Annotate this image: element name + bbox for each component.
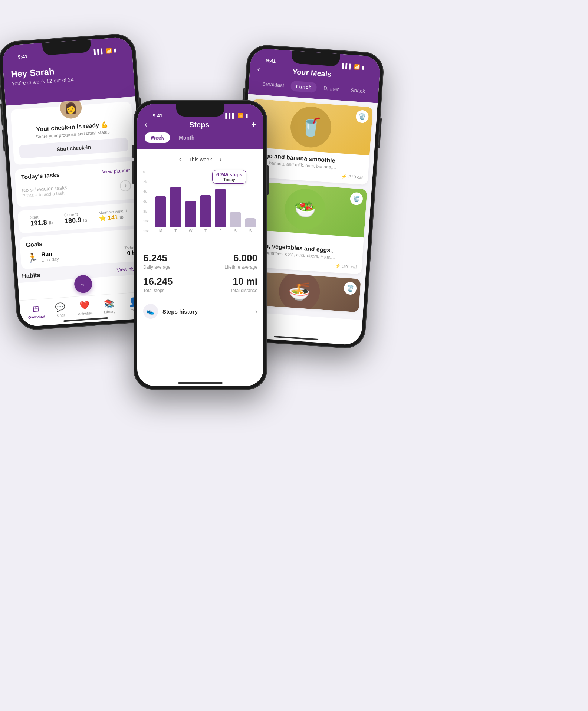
next-week-button[interactable]: › [220,155,222,163]
history-icon: 👟 [143,304,158,319]
battery-icon: ▮ [114,47,116,53]
add-task-button[interactable]: + [119,180,131,192]
bar-sun-fill [245,218,256,227]
bar-fri: F [215,189,226,233]
meal-image-1: 🥤 🗑️ [249,99,373,155]
history-text: Steps history [162,308,198,315]
nav-chat[interactable]: 💬 Chat [48,301,73,318]
tab-month[interactable]: Month [173,132,200,143]
habits-title: Habits [22,272,40,279]
notch [176,104,224,117]
back-button[interactable]: ‹ [145,120,147,130]
bar-mon: M [155,196,166,233]
goal-value: ⭐ 141 lb [99,213,128,222]
lifetime-avg: 6.000 Lifetime average [203,252,257,270]
meal-calories-2: ⚡ 320 cal [335,263,357,270]
goal-emoji: 🏃 [26,252,38,263]
goal-freq: 1 h / day [42,256,59,263]
tab-lunch[interactable]: Lunch [290,81,317,93]
daily-avg-val: 6.245 [143,252,197,264]
bottom-nav: ⊞ Overview 💬 Chat ❤️ Activities 📚 Librar… [19,291,151,327]
weight-start: Start 191.8 lb [30,214,53,227]
signal-icon: ▌▌▌ [225,113,236,118]
total-dist-val: 10 mi [203,276,257,287]
meal-food-emoji-2: 🥗 [283,187,327,231]
overview-label: Overview [28,314,45,319]
meal-tabs: Breakfast Lunch Dinner Snack [256,78,371,97]
weight-goal: Maintain weight ⭐ 141 lb [98,209,128,223]
daily-avg-label: Daily average [143,265,197,270]
view-planner-link[interactable]: View planner [102,167,130,174]
goals-title: Goals [26,241,43,249]
goal-row: 🏃 Run 1 h / day Today 0 h [26,245,136,263]
goal-info: 🏃 Run 1 h / day [26,250,59,264]
history-title: Steps history [162,308,198,315]
screen-overview: 9:41 ▌▌▌ 📶 ▮ Hey Sarah You're in week 12… [1,37,151,327]
total-dist-label: Total distance [203,288,257,293]
lightning-icon: ⚡ [335,263,341,269]
delete-meal-1-button[interactable]: 🗑️ [355,110,369,123]
tasks-card: Today's tasks View planner No scheduled … [14,161,138,207]
history-chevron: › [255,308,257,315]
goal-line [155,206,256,206]
bar-tue: T [170,187,181,233]
chart-tooltip: 6.245 steps Today [212,170,246,184]
side-button-mute [0,87,1,100]
battery-icon: ▮ [245,113,248,118]
steps-history-row[interactable]: 👟 Steps history › [143,298,257,325]
bar-fri-fill [215,189,226,227]
tab-breakfast[interactable]: Breakfast [257,78,290,91]
lifetime-avg-label: Lifetime average [203,265,257,270]
daily-avg: 6.245 Daily average [143,252,197,270]
status-icons: ▌▌▌ 📶 ▮ [225,113,248,118]
weight-current: Current 180.9 lb [64,211,88,225]
prev-week-button[interactable]: ‹ [179,155,181,163]
total-dist: 10 mi Total distance [203,276,257,293]
library-icon: 📚 [104,298,115,309]
steps-body: ‹ This week › 12k10k8k6k4k2k0 6.245 step… [137,149,263,328]
checkin-button[interactable]: Start check-in [19,138,129,158]
phone-center-screen: 9:41 ▌▌▌ 📶 ▮ ‹ Steps + Week [137,104,263,386]
activities-icon: ❤️ [79,300,90,311]
add-button[interactable]: + [251,120,256,130]
tooltip-steps: 6.245 steps [216,172,242,177]
stats-grid: 6.245 Daily average 6.000 Lifetime avera… [143,248,257,298]
week-nav: ‹ This week › [143,153,257,166]
side-button-mute [243,88,245,101]
chat-icon: 💬 [55,302,66,312]
steps-nav-row: ‹ Steps + [145,120,256,130]
delete-meal-2-button[interactable]: 🗑️ [350,192,363,205]
side-button-vol-down [2,129,5,151]
lightning-icon: ⚡ [341,174,347,179]
tooltip-label: Today [216,177,242,182]
home-indicator [178,382,223,384]
side-button-mute [132,145,134,158]
lifetime-avg-val: 6.000 [203,252,257,264]
side-button-power [267,165,269,195]
library-label: Library [104,309,115,314]
status-time: 9:41 [266,58,276,64]
nav-overview[interactable]: ⊞ Overview [23,303,49,320]
bar-thu: T [200,195,211,233]
bar-sun: S [245,218,256,233]
steps-chart: 12k10k8k6k4k2k0 6.245 steps Today M [143,170,257,244]
nav-activities[interactable]: ❤️ Activities [72,299,98,316]
start-value: 191.8 lb [30,218,53,227]
delete-meal-3-button[interactable]: 🗑️ [344,282,357,295]
wifi-icon: 📶 [354,64,360,70]
overview-body: 👩 Your check-in is ready 💪 Share your pr… [6,96,148,283]
tasks-title: Today's tasks [21,171,60,181]
meal-calories-1: ⚡ 210 cal [341,174,363,180]
battery-icon: ▮ [362,65,365,70]
current-value: 180.9 lb [64,216,87,225]
home-indicator [63,317,108,322]
tab-dinner[interactable]: Dinner [318,83,344,95]
side-button-vol-up [132,161,134,184]
side-button-vol-up [0,103,3,125]
nav-library[interactable]: 📚 Library [96,298,122,315]
wifi-icon: 📶 [106,47,112,53]
total-steps: 16.245 Total steps [143,276,197,293]
tab-week[interactable]: Week [145,132,170,143]
meal-food-emoji-1: 🥤 [289,105,332,149]
tab-snack[interactable]: Snack [345,85,371,97]
